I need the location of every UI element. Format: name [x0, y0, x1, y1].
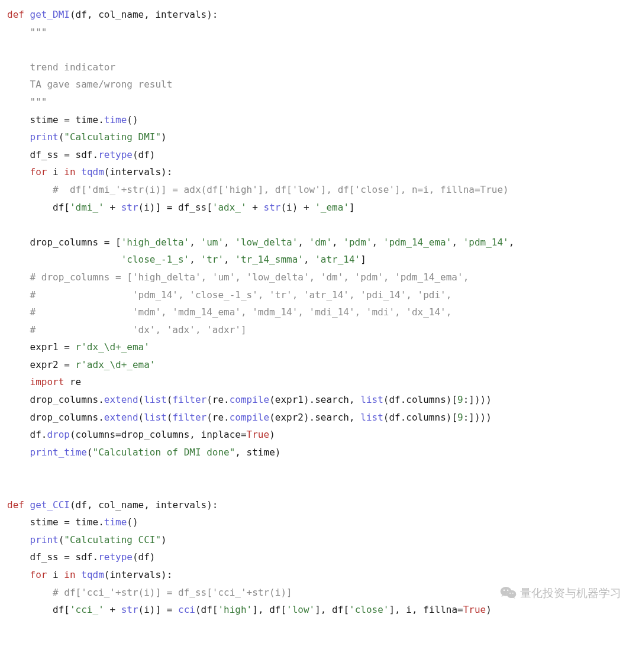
code-token	[7, 254, 121, 265]
code-token: (re.	[206, 412, 230, 423]
code-token: time	[104, 516, 127, 528]
code-token: (	[59, 131, 64, 143]
code-token: (df[	[195, 604, 218, 615]
code-token: (intervals):	[104, 166, 173, 177]
code-token: ], df[	[315, 604, 349, 615]
code-token: re	[64, 376, 81, 387]
code-token: '_ema'	[315, 202, 349, 213]
code-token: time	[104, 114, 127, 125]
code-token: (	[59, 534, 64, 545]
code-token: get_DMI	[30, 9, 70, 20]
code-token	[7, 569, 30, 580]
code-token: ,	[224, 254, 235, 265]
code-token: # df['dmi_'+str(i)] = adx(df['high'], df…	[53, 184, 509, 195]
code-token	[7, 324, 30, 335]
code-token: ,	[189, 254, 201, 265]
code-token	[7, 166, 30, 177]
code-token: ], df[	[252, 604, 286, 615]
code-token: (expr2).search,	[269, 412, 360, 423]
code-token: for	[30, 569, 47, 580]
code-token: stime = time.	[7, 516, 104, 528]
code-token: 'pdm_14_ema'	[383, 237, 452, 248]
code-token: )	[486, 604, 492, 615]
code-token: 'dm'	[309, 237, 333, 248]
code-token: filter	[172, 394, 206, 405]
code-token: i	[47, 166, 64, 177]
code-token: # 'pdm_14', 'close_-1_s', 'tr', 'atr_14'…	[30, 289, 452, 301]
code-token: (	[87, 447, 93, 458]
code-token	[24, 9, 30, 20]
code-token: r'dx_\d+_ema'	[76, 341, 150, 353]
code-token: tqdm	[81, 569, 104, 580]
code-token: extend	[104, 412, 138, 423]
code-token: ]	[360, 254, 366, 265]
code-token: )	[161, 534, 167, 545]
code-token: print	[30, 131, 59, 143]
code-token: compile	[230, 412, 269, 423]
code-token	[7, 62, 30, 73]
code-token: for	[30, 166, 47, 177]
code-token	[7, 376, 30, 387]
code-token	[7, 27, 30, 38]
code-token: list	[144, 394, 167, 405]
code-token: ,	[189, 237, 201, 248]
code-token: "Calculating CCI"	[64, 534, 161, 545]
code-token: 'close'	[349, 604, 389, 615]
code-token	[76, 569, 82, 580]
code-token: (df)	[133, 149, 156, 160]
code-token: drop_columns.	[7, 394, 104, 405]
code-token: str	[121, 202, 138, 213]
code-token: ,	[224, 237, 235, 248]
code-token	[7, 447, 30, 458]
code-token: i	[47, 569, 64, 580]
code-token	[24, 499, 30, 511]
code-token: str	[121, 604, 138, 615]
code-token: import	[30, 376, 64, 387]
code-token: stime = time.	[7, 114, 104, 125]
code-token: trend indicator	[30, 62, 116, 73]
code-token: , stime)	[235, 447, 280, 458]
code-token	[7, 272, 30, 283]
code-token: 'dmi_'	[70, 202, 104, 213]
code-token: in	[64, 166, 75, 177]
code-token: df.	[7, 429, 47, 440]
code-token: (i) +	[280, 202, 315, 213]
code-token: ,	[372, 237, 383, 248]
code-token: "Calculation of DMI done"	[93, 447, 235, 458]
code-token: def	[7, 9, 24, 20]
code-token: 'adx_'	[212, 202, 247, 213]
code-token: 'low'	[286, 604, 315, 615]
code-token: (	[167, 394, 173, 405]
code-token: 'high'	[218, 604, 252, 615]
code-token	[7, 131, 30, 143]
code-token: 9	[457, 394, 463, 405]
code-token: ,	[298, 237, 309, 248]
code-token: df[	[7, 202, 70, 213]
code-token: """	[30, 96, 47, 108]
code-token: def	[7, 499, 24, 511]
code-token: str	[264, 202, 281, 213]
code-token: retype	[98, 149, 133, 160]
code-token: # df['cci_'+str(i)] = df_ss['cci_'+str(i…	[53, 587, 292, 598]
code-token	[7, 306, 30, 318]
code-token: extend	[104, 394, 138, 405]
code-token: 'tr'	[201, 254, 224, 265]
code-token: 'cci_'	[70, 604, 104, 615]
code-token: print_time	[30, 447, 87, 458]
code-token: in	[64, 569, 75, 580]
code-token: :])))	[463, 412, 492, 423]
code-token	[7, 44, 30, 55]
code-token: (	[167, 412, 173, 423]
code-token: ,	[509, 237, 515, 248]
code-token: "Calculating DMI"	[64, 131, 161, 143]
code-token: (i)] =	[138, 604, 178, 615]
code-token: 'um'	[201, 237, 224, 248]
code-token: 'pdm_14'	[463, 237, 509, 248]
code-token: (	[138, 412, 144, 423]
code-token	[7, 79, 30, 90]
code-token: (intervals):	[104, 569, 173, 580]
code-token: filter	[172, 412, 206, 423]
code-token: ,	[304, 254, 315, 265]
code-token: # 'dx', 'adx', 'adxr']	[30, 324, 247, 335]
code-token: ], i, fillna=	[389, 604, 463, 615]
